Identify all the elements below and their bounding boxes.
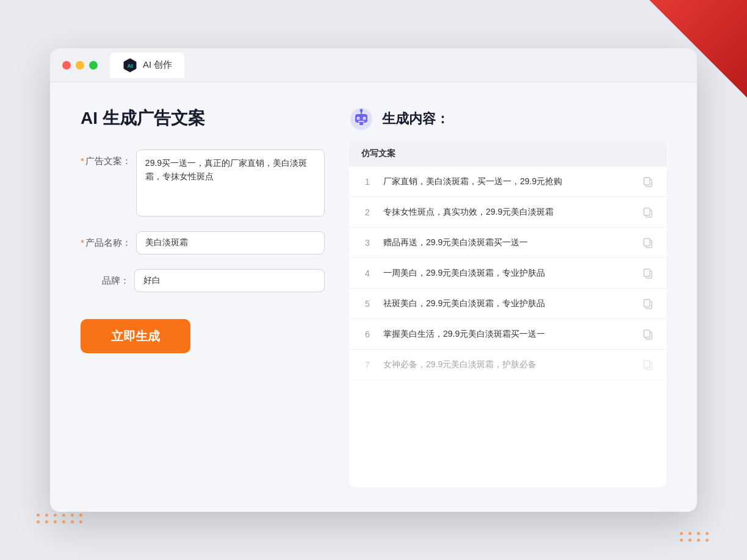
window-controls [62, 61, 98, 70]
table-row: 7 女神必备，29.9元美白淡斑霜，护肤必备 [349, 350, 666, 380]
results-table: 仿写文案 1 厂家直销，美白淡斑霜，买一送一，29.9元抢购 2 专抹女性斑点，… [349, 141, 666, 487]
svg-rect-13 [644, 178, 650, 185]
ai-hex-icon: AI [122, 57, 138, 73]
copy-icon[interactable] [642, 176, 654, 188]
row-number: 7 [361, 360, 374, 370]
close-button[interactable] [62, 61, 71, 70]
robot-icon [349, 107, 374, 131]
ad-copy-input[interactable] [136, 149, 325, 217]
svg-rect-21 [644, 300, 650, 307]
generate-button[interactable]: 立即生成 [81, 319, 190, 353]
dots-decoration-bottom [37, 514, 84, 523]
svg-rect-17 [644, 239, 650, 246]
row-text: 女神必备，29.9元美白淡斑霜，护肤必备 [383, 358, 632, 371]
right-title: 生成内容： [382, 110, 449, 128]
table-row: 6 掌握美白生活，29.9元美白淡斑霜买一送一 [349, 319, 666, 350]
minimize-button[interactable] [76, 61, 84, 70]
copy-icon[interactable] [642, 359, 654, 371]
svg-rect-25 [644, 361, 650, 368]
svg-text:AI: AI [128, 63, 133, 69]
table-row: 1 厂家直销，美白淡斑霜，买一送一，29.9元抢购 [349, 167, 666, 197]
dots-decoration-right [680, 532, 710, 542]
table-row: 2 专抹女性斑点，真实功效，29.9元美白淡斑霜 [349, 197, 666, 228]
generate-button-container: 立即生成 [81, 307, 325, 353]
svg-rect-10 [358, 121, 364, 122]
product-name-row: *产品名称： [81, 231, 325, 254]
row-number: 3 [361, 238, 374, 248]
required-star-2: * [81, 237, 84, 248]
svg-rect-23 [644, 330, 650, 337]
required-star-1: * [81, 156, 84, 166]
left-panel: AI 生成广告文案 *广告文案： *产品名称： 品牌： [81, 107, 325, 487]
right-panel: 生成内容： 仿写文案 1 厂家直销，美白淡斑霜，买一送一，29.9元抢购 [349, 107, 666, 487]
svg-point-9 [360, 109, 363, 112]
main-content: AI 生成广告文案 *广告文案： *产品名称： 品牌： [50, 82, 697, 512]
maximize-button[interactable] [89, 61, 98, 70]
row-number: 5 [361, 299, 374, 309]
title-bar: AI AI 创作 [50, 48, 697, 82]
product-name-input[interactable] [136, 231, 325, 254]
right-header: 生成内容： [349, 107, 666, 131]
row-text: 掌握美白生活，29.9元美白淡斑霜买一送一 [383, 328, 632, 340]
brand-label: 品牌： [81, 269, 129, 287]
table-row: 5 祛斑美白，29.9元美白淡斑霜，专业护肤品 [349, 289, 666, 319]
svg-rect-11 [359, 123, 363, 125]
product-name-label: *产品名称： [81, 231, 131, 249]
row-text: 赠品再送，29.9元美白淡斑霜买一送一 [383, 236, 632, 249]
row-text: 一周美白，29.9元美白淡斑霜，专业护肤品 [383, 267, 632, 279]
tab-label: AI 创作 [143, 59, 172, 71]
row-number: 1 [361, 177, 374, 187]
table-header: 仿写文案 [349, 141, 666, 167]
svg-point-6 [358, 118, 359, 120]
ai-tab[interactable]: AI AI 创作 [110, 52, 184, 78]
table-row: 3 赠品再送，29.9元美白淡斑霜买一送一 [349, 228, 666, 258]
copy-icon[interactable] [642, 237, 654, 249]
copy-icon[interactable] [642, 206, 654, 218]
ad-copy-row: *广告文案： [81, 149, 325, 217]
row-text: 祛斑美白，29.9元美白淡斑霜，专业护肤品 [383, 297, 632, 310]
page-title: AI 生成广告文案 [81, 107, 325, 130]
row-number: 2 [361, 207, 374, 217]
ad-copy-label: *广告文案： [81, 149, 131, 167]
brand-input[interactable] [134, 269, 325, 292]
row-number: 4 [361, 268, 374, 278]
browser-window: AI AI 创作 AI 生成广告文案 *广告文案： *产品名称： [50, 48, 697, 512]
svg-rect-19 [644, 269, 650, 276]
copy-icon[interactable] [642, 298, 654, 310]
table-row: 4 一周美白，29.9元美白淡斑霜，专业护肤品 [349, 258, 666, 289]
row-number: 6 [361, 329, 374, 339]
svg-rect-15 [644, 208, 650, 215]
copy-icon[interactable] [642, 267, 654, 279]
row-text: 厂家直销，美白淡斑霜，买一送一，29.9元抢购 [383, 175, 632, 188]
brand-row: 品牌： [81, 269, 325, 292]
copy-icon[interactable] [642, 328, 654, 340]
svg-point-7 [364, 118, 366, 120]
row-text: 专抹女性斑点，真实功效，29.9元美白淡斑霜 [383, 206, 632, 218]
